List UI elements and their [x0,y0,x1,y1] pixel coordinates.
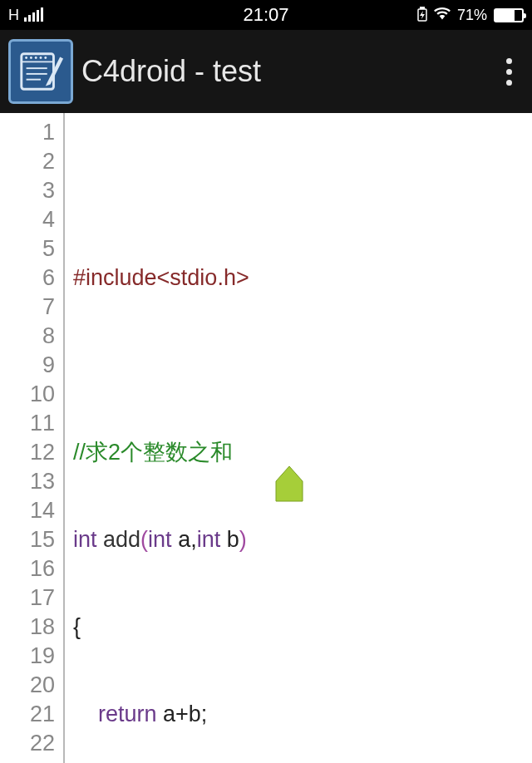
code-area[interactable]: #include<stdio.h> //求2个整数之和 int add(int … [65,113,532,763]
overflow-menu-button[interactable] [498,50,520,94]
battery-icon [494,8,524,22]
network-type-label: H [8,7,19,24]
app-bar: C4droid - test [0,30,532,113]
svg-marker-2 [420,11,425,19]
signal-icon [24,8,43,22]
svg-point-5 [25,57,27,59]
svg-point-6 [30,57,32,59]
code-line[interactable] [73,351,532,380]
app-icon [8,39,73,104]
code-line[interactable]: #include<stdio.h> [73,263,532,293]
svg-point-7 [35,57,37,59]
code-editor[interactable]: 12345678910111213141516171819202122 #inc… [0,113,532,763]
code-line[interactable]: { [73,613,532,642]
code-line[interactable]: return a+b; [73,700,532,729]
svg-point-8 [40,57,42,59]
wifi-icon [434,7,451,24]
battery-pct-label: 71% [457,7,487,24]
code-line[interactable]: //求2个整数之和 [73,438,532,467]
svg-point-9 [44,57,47,59]
code-line[interactable] [73,176,532,205]
clock: 21:07 [180,4,352,26]
app-title: C4droid - test [81,54,498,89]
line-number-gutter: 12345678910111213141516171819202122 [0,113,65,763]
status-bar: H 21:07 71% [0,0,532,30]
code-line[interactable]: int add(int a,int b) [73,525,532,554]
charging-icon [417,7,427,24]
